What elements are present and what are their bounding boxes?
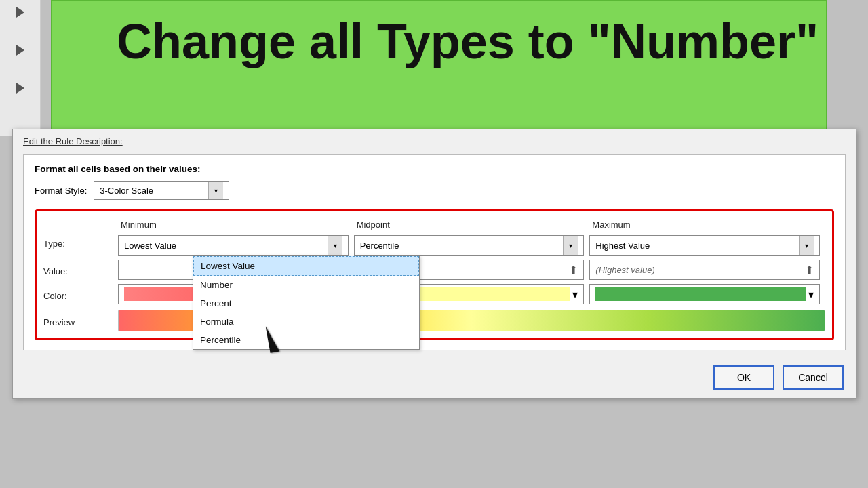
color-label: Color: (43, 287, 118, 301)
midpoint-type-value: Percentile (360, 241, 564, 251)
color-scale-section: Minimum Midpoint Maximum Type: Lowest Va… (35, 209, 834, 340)
menu-item-number[interactable]: Number (193, 276, 419, 294)
format-style-row: Format Style: 3-Color Scale ▾ (35, 181, 834, 200)
menu-item-formula[interactable]: Formula (193, 312, 419, 331)
chevron-down-icon-max: ▾ (805, 242, 808, 249)
maximum-color-dropdown[interactable]: ▾ (589, 284, 820, 304)
sidebar-arrow-3 (16, 83, 24, 94)
type-label: Type: (43, 235, 118, 249)
sidebar (0, 0, 41, 136)
minimum-type-arrow[interactable]: ▾ (328, 236, 342, 255)
maximum-color-arrow[interactable]: ▾ (808, 288, 814, 301)
columns-header: Minimum Midpoint Maximum (43, 220, 825, 230)
maximum-type-dropdown[interactable]: Highest Value ▾ (589, 235, 820, 256)
sidebar-arrow-1 (16, 7, 24, 18)
color-row: Color: ▾ ▾ ▾ (43, 284, 825, 304)
format-style-arrow[interactable]: ▾ (208, 182, 223, 199)
minimum-type-container: Lowest Value ▾ Lowest Value Number Perce… (118, 235, 354, 256)
col-spacer (43, 220, 118, 230)
type-dropdown-menu: Lowest Value Number Percent Formula Perc… (193, 256, 420, 350)
type-row: Type: Lowest Value ▾ Lowest Value Number… (43, 235, 825, 256)
maximum-color-swatch (595, 287, 806, 301)
maximum-type-arrow[interactable]: ▾ (799, 236, 814, 255)
midpoint-type-dropdown[interactable]: Percentile ▾ (354, 235, 585, 256)
dialog-buttons: OK Cancel (13, 357, 856, 398)
sidebar-arrow-2 (16, 45, 24, 56)
col-midpoint: Midpoint (354, 220, 590, 230)
preview-row: Preview (43, 310, 825, 331)
maximum-upload-icon[interactable]: ⬆ (805, 264, 814, 277)
annotation-overlay: Change all Types to "Number" (51, 0, 827, 132)
midpoint-color-arrow[interactable]: ▾ (572, 288, 578, 301)
midpoint-upload-icon[interactable]: ⬆ (569, 264, 578, 277)
format-cells-label: Format all cells based on their values: (35, 164, 834, 174)
menu-item-percentile[interactable]: Percentile (193, 331, 419, 349)
midpoint-type-arrow[interactable]: ▾ (563, 236, 578, 255)
minimum-type-dropdown[interactable]: Lowest Value ▾ (118, 235, 349, 256)
preview-label: Preview (43, 314, 118, 327)
chevron-down-icon: ▾ (214, 187, 218, 195)
maximum-value-text: (Highest value) (595, 265, 805, 275)
format-style-select[interactable]: 3-Color Scale ▾ (94, 181, 229, 200)
col-maximum: Maximum (589, 220, 825, 230)
menu-item-percent[interactable]: Percent (193, 294, 419, 312)
edit-rule-panel: Format all cells based on their values: … (23, 154, 846, 350)
value-label: Value: (43, 263, 118, 277)
menu-item-lowest-value[interactable]: Lowest Value (193, 256, 419, 276)
value-row: Value: 50 ⬆ (Highest value) ⬆ (43, 260, 825, 280)
ok-button[interactable]: OK (713, 365, 774, 390)
cancel-button[interactable]: Cancel (783, 365, 844, 390)
format-style-value: 3-Color Scale (100, 186, 208, 196)
minimum-type-value: Lowest Value (124, 241, 328, 251)
main-dialog: Edit the Rule Description: Format all ce… (12, 129, 856, 399)
col-minimum: Minimum (118, 220, 354, 230)
chevron-down-icon-min: ▾ (334, 242, 337, 249)
rule-description-label: Edit the Rule Description: (13, 129, 856, 150)
maximum-type-value: Highest Value (595, 241, 799, 251)
maximum-value-field[interactable]: (Highest value) ⬆ (589, 260, 820, 280)
chevron-down-icon-mid: ▾ (569, 242, 572, 249)
format-style-label: Format Style: (35, 186, 87, 196)
annotation-text: Change all Types to "Number" (117, 14, 818, 69)
